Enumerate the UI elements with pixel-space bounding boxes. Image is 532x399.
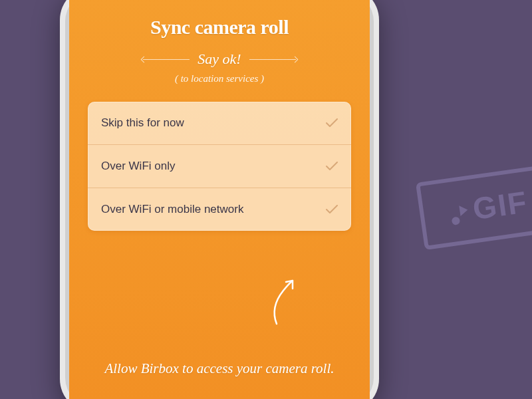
option-label: Over WiFi only: [101, 160, 175, 173]
option-label: Skip this for now: [101, 116, 184, 130]
option-wifi-only[interactable]: Over WiFi only: [88, 145, 351, 188]
arrow-left-icon: [143, 59, 190, 60]
gif-badge-text: GIF: [471, 184, 530, 227]
gif-badge: GIF: [416, 164, 532, 250]
phone-frame: Sync camera roll Say ok! ( to location s…: [60, 0, 379, 399]
check-icon: [326, 162, 338, 171]
phone-bezel: Sync camera roll Say ok! ( to location s…: [65, 0, 374, 399]
page-title: Sync camera roll: [88, 16, 351, 39]
check-icon: [326, 118, 338, 128]
curved-arrow-icon: [263, 274, 303, 330]
dot-icon: [452, 216, 461, 225]
app-screen: Sync camera roll Say ok! ( to location s…: [69, 0, 370, 399]
check-icon: [326, 205, 338, 214]
page-subnote: ( to location services ): [88, 73, 351, 84]
sync-options-list: Skip this for now Over WiFi only Over Wi…: [88, 102, 351, 231]
subtitle-row: Say ok!: [88, 51, 351, 68]
option-wifi-mobile[interactable]: Over WiFi or mobile network: [88, 188, 351, 231]
option-skip[interactable]: Skip this for now: [88, 102, 351, 145]
page-subtitle: Say ok!: [198, 51, 241, 68]
arrow-right-icon: [249, 59, 296, 60]
option-label: Over WiFi or mobile network: [101, 203, 243, 216]
play-icon: [460, 205, 469, 217]
footer-hint: Allow Birbox to access your camera roll.: [69, 359, 370, 378]
